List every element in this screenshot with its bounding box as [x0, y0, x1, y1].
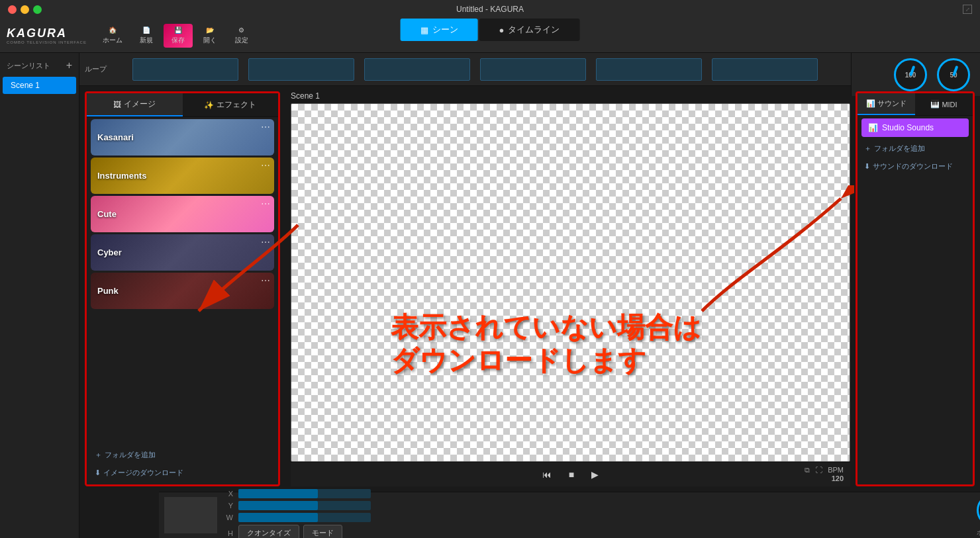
prop-bar-w[interactable] — [238, 513, 371, 522]
add-folder-icon: ＋ — [95, 450, 102, 460]
right-panel-tabs: 📊 サウンド 🎹 MIDI — [858, 93, 973, 116]
add-sound-folder-button[interactable]: ＋ フォルダを追加 — [858, 140, 973, 157]
tab-timeline[interactable]: ● タイムライン — [479, 19, 580, 41]
timeline-track[interactable] — [132, 53, 859, 85]
left-panel-tabs: 🖼 イメージ ✨ エフェクト — [87, 93, 278, 117]
home-icon: 🏠 — [109, 26, 117, 34]
settings-icon: ⚙ — [238, 26, 244, 34]
window-title: Untitled - KAGURA — [456, 5, 524, 14]
panel-items-list: Kasanari ⋯ Instruments ⋯ Cute ⋯ Cyber ⋯ — [87, 117, 278, 446]
add-scene-button[interactable]: + — [66, 60, 72, 71]
save-icon: 💾 — [174, 26, 182, 34]
panel-item-kasanari[interactable]: Kasanari ⋯ — [91, 119, 274, 156]
right-panel: 📊 サウンド 🎹 MIDI 📊 Studio Sounds ＋ フォルダを追加 … — [856, 91, 975, 486]
canvas-right-controls: ⧉ ⛶ BPM120 — [805, 466, 844, 483]
canvas-container[interactable] — [291, 103, 850, 462]
mode-button[interactable]: モード — [303, 525, 342, 538]
fullscreen-button[interactable]: ⤢ — [963, 5, 972, 14]
title-bar: Untitled - KAGURA ⤢ — [0, 0, 980, 19]
scene-canvas-label: Scene 1 — [291, 91, 850, 101]
download-sound-button[interactable]: ⬇ サウンドのダウンロード — [858, 157, 973, 175]
left-panel: 🖼 イメージ ✨ エフェクト Kasanari ⋯ Instruments ⋯ — [85, 91, 280, 486]
download-icon: ⬇ — [95, 469, 101, 477]
preview-thumbnail — [164, 497, 217, 533]
traffic-lights — [8, 5, 42, 14]
effect-tab-icon: ✨ — [204, 101, 214, 110]
tab-image[interactable]: 🖼 イメージ — [87, 93, 183, 116]
prop-label-x: X — [222, 490, 233, 498]
open-button[interactable]: 📂 開く — [195, 24, 224, 48]
prop-bar-y[interactable] — [238, 501, 371, 510]
minimize-button[interactable] — [21, 5, 29, 14]
prop-label-h: H — [222, 529, 233, 537]
sound-item-studio[interactable]: 📊 Studio Sounds — [861, 118, 969, 137]
prop-row-h: H クオンタイズ モード — [222, 525, 371, 538]
add-folder-button[interactable]: ＋ フォルダを追加 — [87, 446, 278, 464]
sound-tab-icon: 📊 — [866, 99, 875, 108]
bottom-volume-container: 100 ボリューム — [977, 494, 980, 537]
add-icon: ＋ — [864, 144, 871, 154]
bottom-volume-knob[interactable]: 100 — [977, 494, 980, 527]
prop-row-w: W — [222, 513, 371, 522]
volume-knob-container: 100 — [894, 58, 927, 91]
bottom-knobs: 100 ボリューム 50 パン — [977, 494, 980, 537]
open-icon: 📂 — [206, 26, 214, 34]
property-panel: X Y W H クオンタイズ モード — [222, 489, 371, 538]
image-tab-icon: 🖼 — [113, 100, 121, 109]
prop-bar-x[interactable] — [238, 489, 371, 498]
main-area: ループ ▶ ■ 拍 4 小節 4 BPM 120 🖼 — [79, 53, 980, 538]
close-button[interactable] — [8, 5, 17, 14]
resize-icon[interactable]: ⧉ — [805, 466, 810, 483]
quantize-button[interactable]: クオンタイズ — [238, 525, 299, 538]
logo: KAGURA COMBO TELEVISION INTERFACE — [7, 26, 87, 44]
maximize-button[interactable] — [33, 5, 42, 14]
panel-item-instruments[interactable]: Instruments ⋯ — [91, 157, 274, 194]
save-button[interactable]: 💾 保存 — [164, 24, 193, 48]
prop-label-w: W — [222, 514, 233, 521]
tab-sound[interactable]: 📊 サウンド — [858, 93, 915, 115]
tab-effect[interactable]: ✨ エフェクト — [183, 93, 279, 116]
scene-list-item[interactable]: Scene 1 — [3, 77, 76, 94]
timeline-strip: ループ ▶ ■ 拍 4 小節 4 BPM 120 — [79, 53, 980, 86]
panel-item-punk[interactable]: Punk ⋯ — [91, 273, 274, 309]
download-images-button[interactable]: ⬇ イメージのダウンロード — [87, 464, 278, 482]
bottom-bar: X Y W H クオンタイズ モード 10 — [159, 492, 980, 538]
prop-row-x: X — [222, 489, 371, 498]
tab-midi[interactable]: 🎹 MIDI — [915, 93, 973, 115]
top-knobs-area: 100 50 — [851, 53, 980, 96]
scene-list-header: シーンリスト + — [0, 57, 79, 74]
content-area: 🖼 イメージ ✨ エフェクト Kasanari ⋯ Instruments ⋯ — [79, 86, 980, 492]
pan-knob-container: 50 — [937, 58, 970, 91]
tab-scene[interactable]: ▦ シーン — [401, 19, 478, 41]
skip-back-button[interactable]: ⏮ — [538, 467, 556, 482]
scene-tab-icon: ▦ — [420, 25, 428, 35]
panel-item-cyber[interactable]: Cyber ⋯ — [91, 234, 274, 271]
timeline-tab-icon: ● — [499, 25, 505, 35]
prop-row-y: Y — [222, 501, 371, 510]
settings-button[interactable]: ⚙ 設定 — [227, 24, 256, 48]
toolbar: KAGURA COMBO TELEVISION INTERFACE 🏠 ホーム … — [0, 19, 980, 53]
canvas-controls: ⏮ ■ ▶ ⧉ ⛶ BPM120 — [291, 462, 850, 486]
loop-label: ループ — [79, 53, 132, 85]
panel-item-cute[interactable]: Cute ⋯ — [91, 196, 274, 232]
midi-tab-icon: 🎹 — [930, 100, 940, 109]
sound-download-icon: ⬇ — [864, 162, 870, 171]
fullscreen-icon[interactable]: ⛶ — [815, 466, 822, 483]
view-tabs: ▦ シーン ● タイムライン — [401, 19, 580, 41]
sound-icon: 📊 — [868, 123, 878, 132]
canvas-area: Scene 1 ⏮ ■ ▶ ⧉ ⛶ BPM120 — [285, 86, 856, 492]
play-button[interactable]: ▶ — [587, 467, 603, 482]
stop-button[interactable]: ■ — [565, 467, 578, 482]
pan-knob[interactable]: 50 — [937, 58, 970, 91]
home-button[interactable]: 🏠 ホーム — [96, 24, 129, 48]
bpm-canvas-display: BPM120 — [828, 466, 844, 483]
prop-label-y: Y — [222, 502, 233, 510]
volume-knob[interactable]: 100 — [894, 58, 927, 91]
bottom-volume-label: ボリューム — [977, 528, 980, 537]
new-icon: 📄 — [142, 26, 150, 34]
scene-list-panel: シーンリスト + Scene 1 — [0, 53, 79, 538]
new-button[interactable]: 📄 新規 — [132, 24, 161, 48]
